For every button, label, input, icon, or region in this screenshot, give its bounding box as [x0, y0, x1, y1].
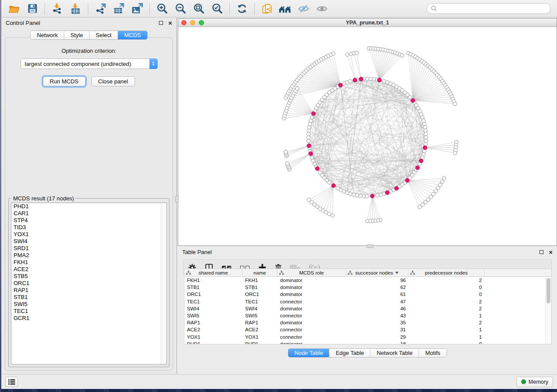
table-row[interactable]: ORC1ORC1dominator610: [184, 291, 545, 298]
cell-successor-nodes: 46: [346, 306, 408, 311]
mcds-list-scrollbar[interactable]: [161, 203, 166, 364]
export-network-icon[interactable]: [94, 2, 107, 15]
cell-MCDS-role: dominator: [277, 292, 346, 297]
mcds-result-item[interactable]: GCR1: [11, 315, 166, 322]
table-row[interactable]: SWI5SWI5connector431: [184, 312, 545, 319]
cell-MCDS-role: dominator: [277, 285, 346, 290]
tab-edge-table[interactable]: Edge Table: [329, 349, 370, 357]
mcds-result-item[interactable]: YOX1: [11, 231, 166, 238]
network-window-titlebar[interactable]: YPA_prune.txt_1: [178, 19, 557, 27]
import-network-icon[interactable]: [51, 2, 64, 15]
tab-network-table[interactable]: Network Table: [370, 349, 419, 357]
mcds-result-fieldset: MCDS result (17 nodes) PHD1CAR1STP4TID3Y…: [8, 198, 170, 367]
mcds-result-item[interactable]: SWI4: [11, 238, 166, 245]
import-table-icon[interactable]: [69, 2, 82, 15]
mcds-result-item[interactable]: CAR1: [11, 210, 166, 217]
mcds-result-item[interactable]: PHD1: [11, 203, 166, 210]
table-row[interactable]: SWI4SWI4dominator462: [184, 305, 545, 312]
zoom-fit-icon[interactable]: [192, 2, 205, 15]
zoom-in-icon[interactable]: [156, 2, 169, 15]
export-image-icon[interactable]: [131, 2, 144, 15]
cell-predecessor-nodes: 2: [408, 320, 484, 325]
show-all-icon[interactable]: [315, 2, 329, 15]
table-row[interactable]: PHD1PHD1dominator180: [184, 340, 545, 344]
cell-successor-nodes: 35: [346, 320, 408, 325]
zoom-out-icon[interactable]: [174, 2, 187, 15]
mcds-result-item[interactable]: ORC1: [11, 280, 166, 287]
mcds-result-item[interactable]: STB1: [11, 294, 166, 301]
table-panel-title: Table Panel: [182, 249, 212, 255]
float-table-panel-icon[interactable]: [540, 250, 543, 254]
close-panel-button[interactable]: Close panel: [91, 76, 135, 86]
mcds-result-item[interactable]: ACE2: [11, 266, 166, 273]
table-scrollbar[interactable]: [545, 277, 551, 344]
tab-motifs[interactable]: Motifs: [419, 349, 446, 357]
cell-predecessor-nodes: 0: [408, 341, 484, 344]
toolbar-separator: [229, 3, 230, 14]
tab-style[interactable]: Style: [64, 31, 90, 39]
cell-shared-name: ORC1: [184, 292, 242, 297]
close-table-panel-icon[interactable]: ×: [549, 250, 553, 254]
table-panel-header: Table Panel ×: [178, 247, 557, 257]
table-row[interactable]: STB1STB1dominator620: [184, 284, 545, 291]
mcds-result-item[interactable]: TID3: [11, 224, 166, 231]
table-scrollbar-thumb[interactable]: [547, 278, 550, 303]
mcds-result-item[interactable]: PMA2: [11, 252, 166, 259]
criterion-select[interactable]: largest connected component (undirected)…: [21, 58, 158, 69]
duplicate-network-icon[interactable]: [260, 2, 273, 15]
mcds-result-list[interactable]: PHD1CAR1STP4TID3YOX1SWI4SRD1PMA2FKH1ACE2…: [11, 203, 167, 364]
cytoscape-window: Control Panel × NetworkStyleSelectMCDS O…: [1, 0, 557, 389]
column-header-MCDS-role[interactable]: MCDS role: [277, 269, 346, 276]
close-panel-icon[interactable]: ×: [168, 21, 172, 25]
horizontal-splitter-grip[interactable]: [367, 244, 374, 248]
float-panel-icon[interactable]: [159, 21, 163, 25]
task-history-button[interactable]: [5, 377, 18, 387]
table-row[interactable]: TEC1TEC1connector472: [184, 298, 545, 305]
column-header-predecessor-nodes[interactable]: predecessor nodes: [408, 269, 484, 276]
vertical-splitter-grip[interactable]: [175, 196, 179, 203]
cell-name: ORC1: [242, 292, 277, 297]
export-table-icon[interactable]: [112, 2, 125, 15]
table-row[interactable]: FKH1FKH1dominator962: [184, 277, 545, 284]
save-icon[interactable]: [26, 2, 39, 15]
first-neighbors-icon[interactable]: [279, 2, 292, 15]
cell-name: ACE2: [242, 327, 277, 332]
mcds-result-item[interactable]: RAP1: [11, 287, 166, 294]
table-row[interactable]: ACE2ACE2connector311: [184, 326, 545, 333]
hide-selected-icon[interactable]: [297, 2, 310, 15]
zoom-selected-icon[interactable]: [211, 2, 224, 15]
mcds-result-item[interactable]: FKH1: [11, 259, 166, 266]
mcds-result-item[interactable]: STP4: [11, 217, 166, 224]
memory-button[interactable]: Memory: [516, 377, 553, 387]
node-table: shared namenameMCDS rolesuccessor nodesp…: [184, 268, 552, 344]
cell-successor-nodes: 61: [346, 292, 408, 297]
search-box[interactable]: [426, 3, 551, 14]
table-row[interactable]: YOX1YOX1connector291: [184, 334, 545, 340]
mcds-result-item[interactable]: TEC1: [11, 308, 166, 315]
cell-successor-nodes: 47: [346, 299, 408, 304]
column-header-name[interactable]: name: [242, 269, 277, 276]
mcds-result-item[interactable]: SWI5: [11, 301, 166, 308]
control-panel-title: Control Panel: [6, 20, 40, 26]
select-stepper-icon: ▲▼: [149, 58, 158, 69]
memory-label: Memory: [529, 379, 548, 385]
column-header-successor-nodes[interactable]: successor nodes: [346, 269, 408, 276]
mcds-result-item[interactable]: SRD1: [11, 245, 166, 252]
open-folder-icon[interactable]: [7, 2, 21, 15]
tab-network[interactable]: Network: [31, 31, 64, 39]
cell-successor-nodes: 96: [346, 278, 408, 283]
search-input[interactable]: [440, 6, 547, 12]
cell-name: STB1: [242, 285, 277, 290]
run-mcds-button[interactable]: Run MCDS: [43, 76, 86, 86]
refresh-icon[interactable]: [235, 2, 249, 15]
network-canvas[interactable]: [178, 27, 557, 245]
tab-node-table[interactable]: Node Table: [288, 349, 330, 357]
cell-successor-nodes: 31: [346, 327, 408, 332]
mcds-result-item[interactable]: STB5: [11, 273, 166, 280]
tab-mcds[interactable]: MCDS: [118, 31, 147, 39]
column-header-shared-name[interactable]: shared name: [184, 269, 242, 276]
tab-select[interactable]: Select: [90, 31, 118, 39]
table-row[interactable]: RAP1RAP1dominator352: [184, 319, 545, 326]
cell-name: FKH1: [242, 278, 277, 283]
cell-shared-name: RAP1: [184, 320, 242, 325]
